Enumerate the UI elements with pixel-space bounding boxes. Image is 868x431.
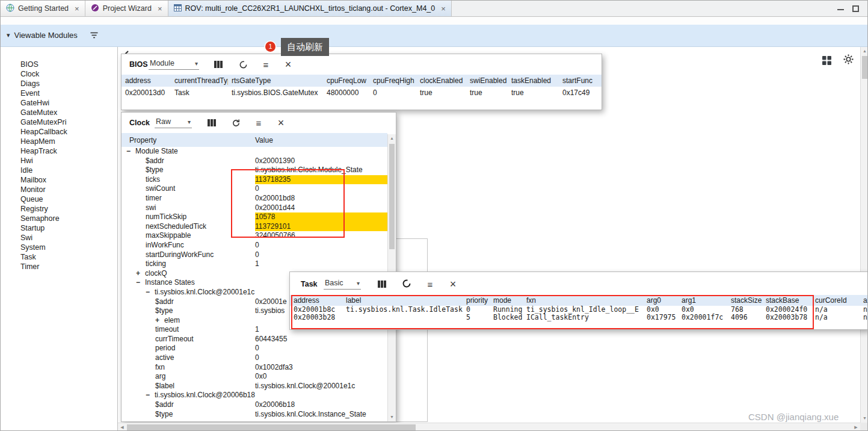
sidebar-module[interactable]: Monitor	[20, 185, 117, 194]
property-row[interactable]: −Module State	[122, 147, 387, 157]
collapse-icon[interactable]: −	[136, 278, 145, 288]
sidebar-module[interactable]: GateMutex	[20, 108, 117, 117]
scroll-right-icon[interactable]: ▶	[852, 423, 860, 431]
sidebar-module[interactable]: Swi	[20, 233, 117, 243]
sidebar-module[interactable]: GateHwi	[20, 98, 117, 108]
table-row[interactable]: 0x200013d0Taskti.sysbios.BIOS.GateMutex4…	[122, 87, 602, 99]
menu-icon[interactable]: ≡	[253, 117, 264, 128]
sidebar-module[interactable]: Timer	[20, 262, 117, 271]
column-settings-icon[interactable]	[206, 117, 217, 128]
column-header[interactable]: currentThreadType	[171, 75, 228, 87]
column-header[interactable]: taskEnabled	[508, 75, 559, 87]
property-row[interactable]: active0	[122, 353, 387, 363]
property-row[interactable]: $addr0x20006b18	[122, 400, 387, 410]
maximize-icon[interactable]	[852, 5, 859, 12]
expand-icon[interactable]: +	[136, 269, 145, 279]
tab-rov[interactable]: ROV: multi_role_CC26X2R1_LAUNCHXL_tirtos…	[168, 1, 452, 16]
table-cell: n	[860, 306, 868, 314]
scrollbar-thumb[interactable]	[127, 424, 416, 430]
gear-icon[interactable]	[843, 54, 854, 64]
column-header[interactable]: cpuFreqLow	[323, 75, 369, 87]
sidebar-module[interactable]: Mailbox	[20, 175, 117, 185]
main-vertical-scrollbar[interactable]: ▲ ▼	[860, 47, 868, 423]
sidebar-module[interactable]: Clock	[20, 69, 117, 79]
close-panel-icon[interactable]: ×	[275, 117, 286, 128]
column-settings-icon[interactable]	[213, 59, 224, 70]
main-horizontal-scrollbar[interactable]: ◀ ▶	[118, 423, 860, 431]
property-row[interactable]: fxn0x1002dfa3	[122, 363, 387, 373]
sidebar-module[interactable]: System	[20, 243, 117, 252]
scrollbar-thumb[interactable]	[862, 56, 867, 79]
sidebar-module[interactable]: Queue	[20, 194, 117, 204]
property-row[interactable]: $labelti.sysbios.knl.Clock@20001e1c	[122, 382, 387, 391]
viewable-modules-header[interactable]: ▾ Viewable Modules	[7, 31, 98, 40]
spinner-icon[interactable]	[401, 278, 412, 289]
view-selector-dropdown[interactable]: Module ▾	[149, 59, 199, 70]
sidebar-module[interactable]: Hwi	[20, 156, 117, 166]
refresh-icon[interactable]	[230, 117, 241, 128]
scroll-left-icon[interactable]: ◀	[118, 423, 126, 431]
sidebar-module[interactable]: Startup	[20, 223, 117, 233]
collapse-icon[interactable]: −	[146, 391, 155, 400]
property-row[interactable]: $addr0x20001390	[122, 157, 387, 166]
close-icon[interactable]: ×	[441, 4, 446, 13]
perspective-grid-icon[interactable]	[821, 55, 832, 66]
menu-icon[interactable]: ≡	[260, 59, 271, 70]
column-header[interactable]: clockEnabled	[416, 75, 466, 87]
scroll-down-icon[interactable]: ▼	[388, 413, 396, 421]
column-header[interactable]: Property	[122, 136, 255, 144]
close-icon[interactable]: ×	[158, 4, 162, 13]
column-header[interactable]: Value	[255, 136, 273, 144]
sidebar-module[interactable]: Idle	[20, 166, 117, 175]
sidebar-module[interactable]: Event	[20, 88, 117, 98]
collapse-icon[interactable]: −	[146, 288, 155, 297]
scrollbar-thumb[interactable]	[389, 144, 395, 249]
collapse-icon[interactable]: −	[126, 147, 135, 157]
sidebar-module[interactable]: HeapMem	[20, 137, 117, 146]
menu-icon[interactable]: ≡	[425, 279, 436, 290]
close-icon[interactable]: ×	[75, 4, 79, 13]
scroll-down-icon[interactable]: ▼	[861, 414, 868, 423]
column-header[interactable]: rtsGateType	[228, 75, 323, 87]
minimize-icon[interactable]	[837, 7, 844, 10]
property-row[interactable]: ticking1	[122, 259, 387, 269]
column-header[interactable]: startFunc	[559, 75, 601, 87]
property-row[interactable]: −ti.sysbios.knl.Clock@20006b18	[122, 391, 387, 400]
property-name: swiCount	[146, 184, 175, 193]
property-row[interactable]: startDuringWorkFunc0	[122, 250, 387, 260]
sidebar-module[interactable]: GateMutexPri	[20, 117, 117, 127]
filter-icon[interactable]	[90, 32, 98, 39]
column-header[interactable]: curCoreId	[811, 295, 860, 306]
sidebar-module[interactable]: HeapTrack	[20, 146, 117, 156]
sidebar-module[interactable]: HeapCallback	[20, 127, 117, 137]
close-panel-icon[interactable]: ×	[448, 279, 458, 290]
view-selector-dropdown[interactable]: Basic ▾	[324, 279, 361, 290]
column-header[interactable]: swiEnabled	[466, 75, 508, 87]
view-selector-dropdown[interactable]: Raw ▾	[155, 117, 192, 128]
property-row[interactable]: $typeti.sysbios.knl.Clock.Instance_State	[122, 410, 387, 420]
tab-project-wizard[interactable]: Project Wizard ×	[85, 1, 168, 16]
column-settings-icon[interactable]	[377, 279, 387, 290]
column-header[interactable]: address	[122, 75, 171, 87]
property-row[interactable]: inWorkFunc0	[122, 241, 387, 250]
scroll-up-icon[interactable]: ▲	[388, 134, 396, 143]
sidebar-module[interactable]: Diags	[20, 79, 117, 88]
scroll-up-icon[interactable]: ▲	[861, 47, 868, 55]
watermark: CSDN @jianqiang.xue	[748, 412, 839, 422]
expand-icon[interactable]: +	[155, 316, 164, 326]
spinner-icon[interactable]	[238, 59, 248, 70]
column-header[interactable]: a	[860, 295, 868, 306]
property-name: $addr	[155, 400, 174, 409]
tab-getting-started[interactable]: Getting Started ×	[1, 1, 85, 16]
property-row[interactable]: arg0x0	[122, 372, 387, 382]
sidebar-module[interactable]: Semaphore	[20, 214, 117, 223]
property-row[interactable]: currTimeout60443455	[122, 335, 387, 344]
sidebar-module[interactable]: BIOS	[20, 60, 117, 69]
column-header[interactable]: cpuFreqHigh	[369, 75, 416, 87]
property-row[interactable]: period0	[122, 344, 387, 353]
chevron-down-icon[interactable]: ▾	[7, 31, 10, 39]
close-panel-icon[interactable]: ×	[283, 59, 294, 70]
sidebar-module[interactable]: Task	[20, 252, 117, 262]
panel-title: BIOS	[129, 60, 148, 69]
sidebar-module[interactable]: Registry	[20, 204, 117, 214]
